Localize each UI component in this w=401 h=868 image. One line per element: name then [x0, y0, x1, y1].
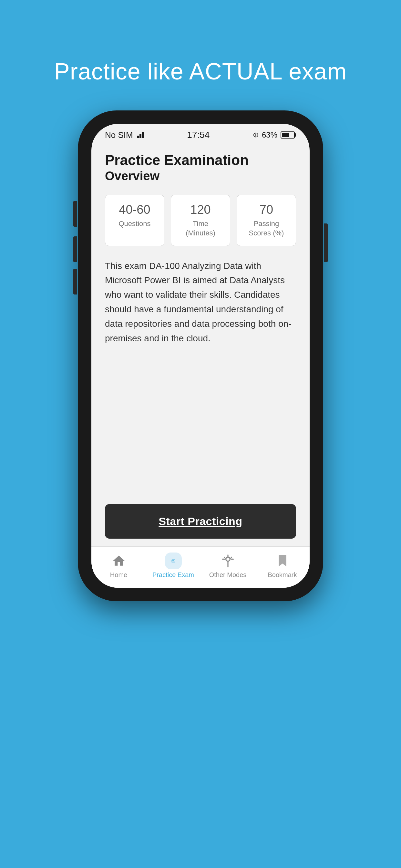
svg-point-7 — [226, 557, 230, 561]
carrier-label: No SIM — [105, 130, 133, 140]
phone-mockup: No SIM 17:54 ⊕ 63% — [78, 111, 323, 601]
phone-screen: No SIM 17:54 ⊕ 63% — [91, 124, 310, 588]
page-subtitle: Overview — [105, 169, 296, 183]
tab-bar: Home Practice Exam — [91, 547, 310, 588]
tab-bookmark[interactable]: Bookmark — [255, 547, 310, 581]
page-title: Practice Examination — [105, 152, 296, 168]
tab-home-label: Home — [110, 571, 127, 579]
bookmark-icon — [274, 553, 291, 569]
svg-line-10 — [230, 557, 232, 558]
tab-other-modes[interactable]: Other Modes — [201, 547, 255, 581]
stat-label-questions: Questions — [119, 219, 150, 228]
content-area: Practice Examination Overview 40-60 Ques… — [91, 143, 310, 496]
svg-rect-3 — [173, 560, 173, 561]
status-bar: No SIM 17:54 ⊕ 63% — [91, 124, 310, 143]
exam-description: This exam DA-100 Analyzing Data with Mic… — [105, 259, 296, 496]
status-time: 17:54 — [187, 130, 210, 140]
svg-rect-0 — [172, 560, 175, 562]
battery-percent: 63% — [262, 130, 277, 140]
tab-home[interactable]: Home — [91, 547, 146, 581]
start-btn-wrapper: Start Practicing — [91, 496, 310, 547]
stat-card-questions: 40-60 Questions — [105, 195, 164, 246]
location-icon: ⊕ — [253, 131, 258, 139]
start-practicing-button[interactable]: Start Practicing — [105, 504, 296, 538]
wifi-icon — [137, 132, 144, 138]
status-right: ⊕ 63% — [253, 130, 296, 140]
stat-label-time: Time(Minutes) — [186, 219, 215, 238]
tab-practice-exam[interactable]: Practice Exam — [146, 547, 201, 581]
status-left: No SIM — [105, 130, 144, 140]
home-icon — [111, 553, 127, 569]
battery-icon — [281, 131, 296, 138]
stat-value-questions: 40-60 — [119, 203, 150, 217]
stat-card-passing: 70 PassingScores (%) — [237, 195, 296, 246]
svg-line-11 — [224, 557, 225, 558]
stat-value-time: 120 — [190, 203, 211, 217]
stat-card-time: 120 Time(Minutes) — [171, 195, 230, 246]
stat-label-passing: PassingScores (%) — [249, 219, 284, 238]
other-modes-icon — [220, 553, 236, 569]
stats-row: 40-60 Questions 120 Time(Minutes) 70 Pas… — [105, 195, 296, 246]
practice-exam-icon — [165, 553, 182, 569]
tab-bookmark-label: Bookmark — [268, 571, 297, 579]
headline: Practice like ACTUAL exam — [54, 58, 347, 85]
tab-other-modes-label: Other Modes — [209, 571, 247, 579]
stat-value-passing: 70 — [259, 203, 273, 217]
tab-practice-label: Practice Exam — [152, 571, 194, 579]
